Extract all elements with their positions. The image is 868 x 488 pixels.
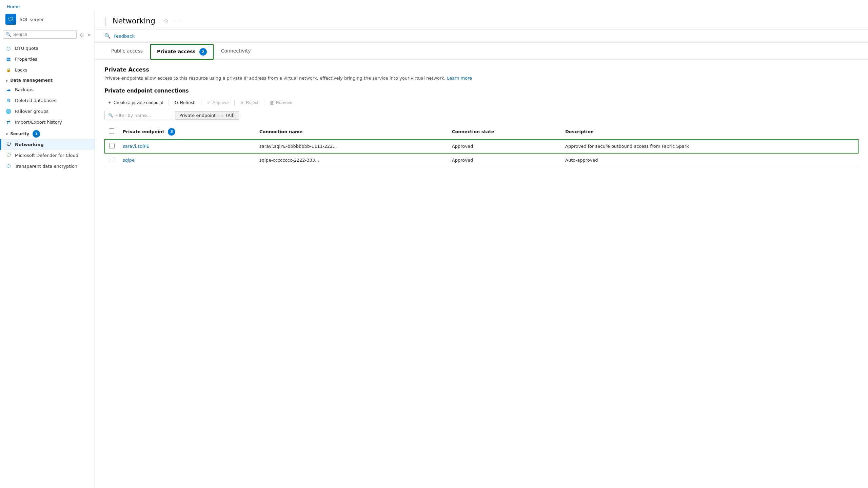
transparent-data-icon: 🛡 (5, 163, 12, 169)
sidebar-resource-name: SQL server (20, 17, 44, 22)
tab-connectivity[interactable]: Connectivity (214, 44, 258, 58)
section-header-security[interactable]: ∨ Security 1 (0, 127, 95, 139)
remove-button[interactable]: 🗑 Remove (267, 98, 295, 107)
column-header-private-endpoint[interactable]: Private endpoint 3 (119, 125, 255, 139)
sidebar-item-transparent-data[interactable]: 🛡 Transparent data encryption (0, 161, 95, 171)
row-2-endpoint-link[interactable]: sqlpe (123, 158, 135, 163)
row-2-connection-state: Approved (448, 153, 561, 167)
tab-private-access[interactable]: Private access 2 (150, 44, 214, 60)
main-layout: 🛡 SQL server 🔍 ◇ « ○ DTU quota (0, 11, 868, 488)
select-all-header[interactable] (105, 125, 119, 139)
sidebar-item-locks-label: Locks (15, 67, 27, 73)
approve-icon: ✓ (207, 100, 211, 105)
step-badge-1: 1 (33, 130, 40, 138)
failover-icon: 🌐 (5, 108, 12, 114)
collapse-button[interactable]: « (86, 31, 92, 38)
sidebar-item-failover-groups[interactable]: 🌐 Failover groups (0, 106, 95, 117)
approve-label: Approve (213, 100, 229, 105)
sidebar-item-backups[interactable]: ☁ Backups (0, 84, 95, 95)
sidebar-item-defender[interactable]: 🛡 Microsoft Defender for Cloud (0, 150, 95, 161)
reject-button[interactable]: ✕ Reject (237, 98, 261, 107)
tabs-container: Public access Private access 2 Connectiv… (95, 43, 868, 60)
chevron-down-security-icon: ∨ (5, 132, 8, 136)
row-1-private-endpoint[interactable]: saravi.sqlPE (119, 139, 255, 153)
refresh-button[interactable]: ↻ Refresh (172, 98, 198, 107)
sidebar-item-properties[interactable]: ▦ Properties (0, 54, 95, 64)
sidebar-item-locks[interactable]: 🔒 Locks (0, 64, 95, 75)
table-row: sqlpe sqlpe-cccccccc-2222-333... Approve… (105, 153, 858, 167)
table-row: saravi.sqlPE saravi.sqlPE-bbbbbbbb-1111-… (105, 139, 858, 153)
toolbar-divider-1 (169, 100, 169, 106)
tab-public-access[interactable]: Public access (104, 44, 150, 58)
section-label-data-management: Data management (10, 78, 53, 83)
section-title-private-access: Private Access (104, 66, 859, 73)
sidebar-item-backups-label: Backups (15, 87, 33, 92)
sidebar-item-deleted-databases-label: Deleted databases (15, 98, 56, 103)
tab-private-access-label: Private access (157, 49, 196, 54)
row-1-connection-state: Approved (448, 139, 561, 153)
home-link[interactable]: Home (0, 0, 868, 11)
remove-icon: 🗑 (270, 100, 274, 105)
approve-button[interactable]: ✓ Approve (204, 98, 232, 107)
sidebar-item-import-export-label: Import/Export history (15, 120, 62, 125)
row-2-checkbox-cell[interactable] (105, 153, 119, 167)
learn-more-link[interactable]: Learn more (447, 76, 472, 81)
feedback-bar[interactable]: 🔍 Feedback (95, 29, 868, 43)
page-body: Private Access Private endpoints allow a… (95, 60, 868, 174)
feedback-label: Feedback (114, 34, 135, 39)
more-options-button[interactable]: ··· (173, 16, 182, 26)
filter-row: 🔍 Filter by name... Private endpoint == … (104, 111, 859, 120)
dtu-quota-icon: ○ (5, 45, 12, 51)
search-box[interactable]: 🔍 (3, 30, 77, 39)
row-1-description: Approved for secure outbound access from… (561, 139, 858, 153)
endpoints-table: Private endpoint 3 Connection name Conne… (104, 125, 859, 167)
reject-icon: ✕ (240, 100, 244, 105)
import-export-icon: ⇄ (5, 119, 12, 125)
sidebar-item-import-export[interactable]: ⇄ Import/Export history (0, 117, 95, 127)
row-2-connection-name: sqlpe-cccccccc-2222-333... (255, 153, 448, 167)
subsection-title-connections: Private endpoint connections (104, 88, 859, 94)
filter-search-icon: 🔍 (108, 113, 113, 118)
favorite-button[interactable]: ☆ (162, 16, 170, 26)
section-header-data-management[interactable]: ∨ Data management (0, 75, 95, 84)
sql-server-icon: 🛡 (5, 14, 16, 25)
sidebar-item-transparent-data-label: Transparent data encryption (15, 164, 77, 169)
row-2-checkbox[interactable] (109, 157, 114, 162)
row-1-checkbox-cell[interactable] (105, 139, 119, 153)
create-endpoint-label: Create a private endpoint (114, 100, 163, 105)
filter-placeholder: Filter by name... (115, 113, 151, 118)
step-badge-2: 2 (199, 48, 207, 56)
title-divider: | (104, 16, 107, 26)
sidebar-controls: 🔍 ◇ « (0, 29, 95, 41)
filter-button[interactable]: ◇ (79, 31, 85, 38)
row-1-checkbox[interactable] (109, 143, 115, 148)
table-header-row: Private endpoint 3 Connection name Conne… (105, 125, 858, 139)
main-content: | Networking ☆ ··· 🔍 Feedback Public acc… (95, 11, 868, 488)
toolbar-divider-2 (201, 100, 201, 106)
toolbar-divider-4 (264, 100, 264, 106)
backups-icon: ☁ (5, 86, 12, 93)
header-actions: ☆ ··· (162, 16, 182, 26)
page-title: Networking (113, 17, 155, 25)
sidebar-item-failover-groups-label: Failover groups (15, 109, 48, 114)
section-description: Private endpoints allow access to this r… (104, 75, 859, 82)
filter-input-container[interactable]: 🔍 Filter by name... (104, 111, 172, 120)
select-all-checkbox[interactable] (109, 128, 114, 134)
section-label-security: Security (10, 131, 29, 136)
search-input[interactable] (13, 32, 74, 37)
create-endpoint-button[interactable]: ＋ Create a private endpoint (104, 98, 166, 107)
chevron-down-icon: ∨ (5, 79, 8, 82)
row-2-private-endpoint[interactable]: sqlpe (119, 153, 255, 167)
sidebar-collapse-buttons: ◇ « (79, 31, 92, 38)
sidebar-item-deleted-databases[interactable]: 🗑 Deleted databases (0, 95, 95, 106)
toolbar-divider-3 (234, 100, 235, 106)
row-1-endpoint-link[interactable]: saravi.sqlPE (123, 144, 149, 149)
defender-icon: 🛡 (5, 152, 12, 158)
feedback-icon: 🔍 (104, 33, 111, 39)
properties-icon: ▦ (5, 56, 12, 62)
row-2-description: Auto-approved (561, 153, 858, 167)
sidebar-item-networking[interactable]: 🛡 Networking (0, 139, 95, 150)
filter-tag[interactable]: Private endpoint == (All) (175, 111, 239, 120)
sidebar-item-dtu-quota[interactable]: ○ DTU quota (0, 43, 95, 54)
app-container: Home 🛡 SQL server 🔍 ◇ « (0, 0, 868, 488)
